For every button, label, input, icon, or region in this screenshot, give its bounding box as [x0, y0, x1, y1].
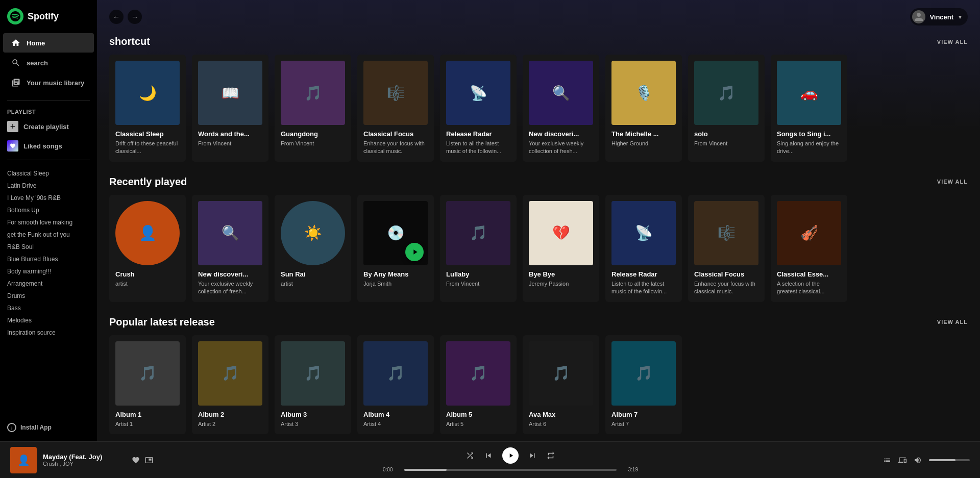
card-new-discoveries-2[interactable]: 🔍New discoveri...Your exclusive weekly c…: [192, 195, 268, 302]
queue-icon[interactable]: [883, 456, 891, 464]
liked-songs-label: Liked songs: [23, 142, 62, 150]
popular-latest-view-all[interactable]: VIEW ALL: [937, 319, 968, 325]
card-solo[interactable]: 🎵soloFrom Vincent: [688, 55, 765, 162]
progress-bar[interactable]: [404, 469, 617, 471]
card-image: 🎵: [529, 341, 593, 406]
volume-bar[interactable]: [929, 459, 970, 461]
card-bye-bye[interactable]: 💔Bye ByeJeremy Passion: [523, 195, 599, 302]
playlist-item[interactable]: Classical Sleep: [0, 167, 97, 180]
card-by-any-means[interactable]: 💿By Any MeansJorja Smith: [357, 195, 434, 302]
card-title: Album 5: [446, 411, 510, 418]
card-guangdong[interactable]: 🎵GuangdongFrom Vincent: [275, 55, 351, 162]
playlist-item[interactable]: Body warming!!!: [0, 265, 97, 278]
playlist-item[interactable]: Blue Blurred Blues: [0, 253, 97, 265]
card-title: Lullaby: [446, 270, 510, 278]
shortcuts-view-all[interactable]: VIEW ALL: [937, 39, 968, 45]
card-title: Album 3: [281, 411, 345, 418]
forward-button[interactable]: →: [128, 10, 142, 24]
card-songs-to-sing[interactable]: 🚗Songs to Sing i...Sing along and enjoy …: [771, 55, 847, 162]
play-pause-button[interactable]: [502, 447, 519, 464]
card-classical-focus[interactable]: 🎼Classical FocusEnhance your focus with …: [357, 55, 434, 162]
card-title: Classical Focus: [363, 130, 428, 138]
card-subtitle: Your exclusive weekly collection of fres…: [529, 140, 593, 156]
volume-fill: [929, 459, 955, 461]
card-lullaby[interactable]: 🎵LullabyFrom Vincent: [440, 195, 517, 302]
playlist-item[interactable]: Inspiration source: [0, 326, 97, 339]
play-overlay[interactable]: [405, 243, 424, 261]
playlist-item[interactable]: get the Funk out of you: [0, 229, 97, 241]
playlist-item[interactable]: Bass: [0, 302, 97, 314]
player-controls: [465, 447, 555, 464]
playlist-item[interactable]: I Love My '90s R&B: [0, 192, 97, 204]
card-sun-rai[interactable]: ☀️Sun Raiartist: [275, 195, 351, 302]
card-pop1[interactable]: 🎵Album 1Artist 1: [109, 335, 186, 434]
playlist-item[interactable]: For smooth love making: [0, 216, 97, 229]
card-classical-focus-2[interactable]: 🎼Classical FocusEnhance your focus with …: [688, 195, 765, 302]
sidebar-item-home[interactable]: Home: [3, 33, 94, 53]
previous-button[interactable]: [484, 451, 493, 460]
home-label: Home: [27, 39, 45, 47]
card-classical-essentials[interactable]: 🎻Classical Esse...A selection of the gre…: [771, 195, 847, 302]
recently-played-view-all[interactable]: VIEW ALL: [937, 179, 968, 185]
card-subtitle: From Vincent: [446, 280, 510, 288]
card-crush[interactable]: 👤Crushartist: [109, 195, 186, 302]
sidebar-item-library[interactable]: Your music library: [3, 73, 94, 92]
card-subtitle: Artist 1: [115, 420, 180, 428]
card-image: 💔: [529, 201, 593, 265]
card-new-discoveries[interactable]: 🔍New discoveri...Your exclusive weekly c…: [523, 55, 599, 162]
card-image: 📖: [198, 61, 262, 125]
card-classical-sleep[interactable]: 🌙Classical SleepDrift off to these peace…: [109, 55, 186, 162]
plus-icon: +: [7, 121, 18, 132]
time-current: 0:00: [383, 467, 399, 472]
install-app-label: Install App: [20, 424, 52, 431]
card-image: 👤: [115, 201, 180, 265]
card-subtitle: From Vincent: [281, 140, 345, 147]
logo: Spotify: [0, 0, 97, 30]
playlist-item[interactable]: Drums: [0, 290, 97, 302]
card-title: Bye Bye: [529, 270, 593, 278]
card-subtitle: Higher Ground: [611, 140, 676, 147]
install-app-button[interactable]: ↓ Install App: [0, 419, 97, 436]
back-button[interactable]: ←: [109, 10, 124, 24]
card-pop2[interactable]: 🎵Album 2Artist 2: [192, 335, 268, 434]
next-button[interactable]: [528, 451, 537, 460]
home-icon: [10, 37, 21, 48]
card-title: Songs to Sing i...: [777, 130, 841, 138]
card-title: Album 2: [198, 411, 262, 418]
card-subtitle: Sing along and enjoy the drive...: [777, 140, 841, 156]
user-menu[interactable]: Vincent ▼: [910, 8, 968, 26]
playlist-item[interactable]: Arrangement: [0, 278, 97, 290]
card-subtitle: A selection of the greatest classical...: [777, 280, 841, 296]
create-playlist-button[interactable]: + Create playlist: [0, 117, 97, 136]
repeat-button[interactable]: [546, 451, 555, 460]
card-words-and-the[interactable]: 📖Words and the...From Vincent: [192, 55, 268, 162]
playlist-item[interactable]: Bottoms Up: [0, 204, 97, 216]
shuffle-button[interactable]: [465, 451, 475, 460]
card-pop4[interactable]: 🎵Album 4Artist 4: [357, 335, 434, 434]
card-pop7[interactable]: 🎵Album 7Artist 7: [605, 335, 682, 434]
card-title: By Any Means: [363, 270, 428, 278]
card-subtitle: Listen to all the latest music of the fo…: [611, 280, 676, 296]
volume-icon[interactable]: [914, 456, 922, 464]
card-michelle[interactable]: 🎙️The Michelle ...Higher Ground: [605, 55, 682, 162]
card-release-radar[interactable]: 📡Release RadarListen to all the latest m…: [440, 55, 517, 162]
devices-icon[interactable]: [898, 456, 906, 464]
playlist-item[interactable]: Latin Drive: [0, 180, 97, 192]
player-progress: 0:00 3:19: [383, 467, 638, 472]
card-subtitle: Enhance your focus with classical music.: [694, 280, 758, 296]
card-image: 🎻: [777, 201, 841, 265]
sidebar-item-search[interactable]: search: [3, 53, 94, 72]
card-subtitle: Listen to all the latest music of the fo…: [446, 140, 510, 156]
card-pop3[interactable]: 🎵Album 3Artist 3: [275, 335, 351, 434]
shortcuts-title: shortcut: [109, 36, 150, 47]
playlist-item[interactable]: R&B Soul: [0, 241, 97, 253]
picture-in-picture-icon[interactable]: [145, 456, 153, 464]
heart-action-icon[interactable]: [132, 456, 140, 464]
top-bar: ← → Vincent ▼: [109, 0, 968, 36]
card-release-radar-2[interactable]: 📡Release RadarListen to all the latest m…: [605, 195, 682, 302]
card-pop5[interactable]: 🎵Album 5Artist 5: [440, 335, 517, 434]
card-pop6[interactable]: 🎵Ava MaxArtist 6: [523, 335, 599, 434]
liked-songs-button[interactable]: Liked songs: [0, 136, 97, 156]
playlist-item[interactable]: Melodies: [0, 314, 97, 326]
card-subtitle: Drift off to these peaceful classical...: [115, 140, 180, 156]
